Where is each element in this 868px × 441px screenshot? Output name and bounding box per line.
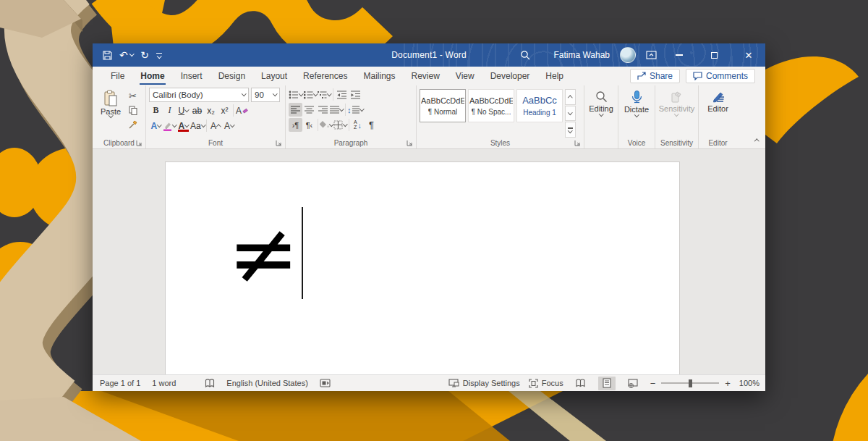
word-count-status[interactable]: 1 word <box>152 379 176 387</box>
align-left-button[interactable] <box>289 103 302 117</box>
zoom-out-button[interactable]: − <box>650 378 656 389</box>
word-window: ↶ ↻ Document1 - Word Fatima Wahab ✕ <box>93 43 765 391</box>
paragraph-dialog-launcher[interactable] <box>407 140 413 146</box>
zoom-in-button[interactable]: + <box>725 378 731 389</box>
style-normal-label: ¶ Normal <box>428 108 457 116</box>
user-name[interactable]: Fatima Wahab <box>553 50 610 60</box>
editing-button[interactable]: Editing <box>587 88 615 138</box>
ribbon: Paste ✂ Clipboard <box>93 85 765 149</box>
rtl-text-button[interactable]: ¶‹ <box>302 118 316 132</box>
font-dialog-launcher[interactable] <box>276 140 282 146</box>
styles-scroll-up[interactable] <box>565 89 576 105</box>
text-effects-button[interactable]: A <box>149 119 163 133</box>
share-button[interactable]: Share <box>630 69 680 83</box>
tab-help[interactable]: Help <box>537 68 571 84</box>
minimize-button[interactable] <box>667 46 692 64</box>
document-page[interactable]: ≠ <box>165 161 680 374</box>
font-name-select[interactable]: Calibri (Body) <box>149 88 249 102</box>
style-no-spacing[interactable]: AaBbCcDdE ¶ No Spac... <box>468 89 514 122</box>
multilevel-list-button[interactable] <box>317 88 331 101</box>
display-settings-button[interactable]: Display Settings <box>448 379 520 387</box>
tab-file[interactable]: File <box>103 68 132 84</box>
clipboard-dialog-launcher[interactable] <box>136 140 142 146</box>
editor-button[interactable]: Editor <box>702 88 734 138</box>
read-mode-button[interactable] <box>572 377 590 390</box>
ltr-text-button[interactable]: ›¶ <box>289 118 302 132</box>
tab-view[interactable]: View <box>448 68 482 84</box>
cut-button[interactable]: ✂ <box>126 89 140 103</box>
increase-indent-button[interactable] <box>349 88 362 101</box>
group-editing: Editing <box>584 85 618 148</box>
paste-button[interactable]: Paste <box>95 88 126 138</box>
numbering-button[interactable] <box>303 88 318 101</box>
grow-font-button[interactable]: A <box>208 119 222 133</box>
macro-record-icon[interactable] <box>320 379 331 387</box>
superscript-button[interactable]: x² <box>218 104 231 117</box>
maximize-button[interactable] <box>702 46 726 64</box>
copy-button[interactable] <box>126 104 140 117</box>
redo-icon[interactable]: ↻ <box>140 50 149 60</box>
underline-button[interactable]: U <box>176 104 190 117</box>
sensitivity-icon <box>671 91 683 103</box>
zoom-slider[interactable] <box>661 382 719 384</box>
group-clipboard: Paste ✂ Clipboard <box>93 85 146 148</box>
language-status[interactable]: English (United States) <box>226 379 308 387</box>
styles-scroll-down[interactable] <box>565 106 576 122</box>
tab-review[interactable]: Review <box>403 68 447 84</box>
justify-button[interactable] <box>330 103 344 117</box>
undo-dropdown-icon[interactable] <box>129 51 134 56</box>
proofing-icon[interactable] <box>205 379 215 388</box>
qat-customize-icon[interactable] <box>156 53 162 58</box>
save-icon[interactable] <box>103 51 112 60</box>
zoom-level[interactable]: 100% <box>739 379 760 387</box>
focus-button[interactable]: Focus <box>529 379 563 388</box>
shrink-font-button[interactable]: A <box>222 119 236 133</box>
bold-button[interactable]: B <box>149 104 163 117</box>
styles-more-button[interactable] <box>565 122 576 138</box>
align-center-button[interactable] <box>302 103 316 117</box>
search-icon[interactable] <box>520 50 530 60</box>
print-layout-button[interactable] <box>598 377 616 390</box>
strikethrough-button[interactable]: ab <box>190 104 204 117</box>
font-size-select[interactable]: 90 <box>251 88 280 102</box>
tab-layout[interactable]: Layout <box>253 68 295 84</box>
clear-formatting-button[interactable]: A <box>235 104 249 117</box>
undo-icon[interactable]: ↶ <box>119 50 128 60</box>
align-left-icon <box>291 106 300 114</box>
tab-mailings[interactable]: Mailings <box>355 68 403 84</box>
dictate-button[interactable]: Dictate <box>621 88 652 138</box>
ribbon-options-icon[interactable] <box>646 51 657 59</box>
align-right-button[interactable] <box>316 103 330 117</box>
italic-button[interactable]: I <box>163 104 176 117</box>
comments-button[interactable]: Comments <box>686 69 755 83</box>
tab-design[interactable]: Design <box>210 68 253 84</box>
close-button[interactable]: ✕ <box>736 46 761 64</box>
font-name-value: Calibri (Body) <box>153 91 203 99</box>
tab-home[interactable]: Home <box>132 68 172 84</box>
show-marks-button[interactable]: ¶ <box>365 118 378 132</box>
web-layout-button[interactable] <box>624 377 642 390</box>
styles-dialog-launcher[interactable] <box>574 140 581 146</box>
page-number-status[interactable]: Page 1 of 1 <box>100 379 140 387</box>
tab-developer[interactable]: Developer <box>482 68 538 84</box>
highlight-button[interactable] <box>163 119 176 133</box>
bullets-button[interactable] <box>289 88 303 101</box>
editor-group-label: Editor <box>708 139 727 147</box>
tab-insert[interactable]: Insert <box>173 68 210 84</box>
tab-references[interactable]: References <box>295 68 355 84</box>
line-spacing-button[interactable]: ↕ <box>347 103 363 117</box>
group-font: Calibri (Body) 90 B I U ab x₂ x² <box>146 85 286 148</box>
decrease-indent-button[interactable] <box>335 88 349 101</box>
ribbon-collapse-button[interactable] <box>755 133 759 146</box>
font-color-button[interactable]: A <box>176 119 190 133</box>
style-heading1[interactable]: AaBbCc Heading 1 <box>516 89 563 122</box>
zoom-slider-thumb[interactable] <box>689 379 692 387</box>
subscript-button[interactable]: x₂ <box>204 104 218 117</box>
change-case-button[interactable]: Aa <box>190 119 205 133</box>
user-avatar[interactable] <box>620 47 636 63</box>
style-normal[interactable]: AaBbCcDdE ¶ Normal <box>420 89 466 122</box>
shading-button[interactable] <box>320 118 333 132</box>
sort-button[interactable]: A Z ↓ <box>351 118 365 132</box>
borders-button[interactable] <box>333 118 347 132</box>
format-painter-button[interactable] <box>126 118 140 132</box>
